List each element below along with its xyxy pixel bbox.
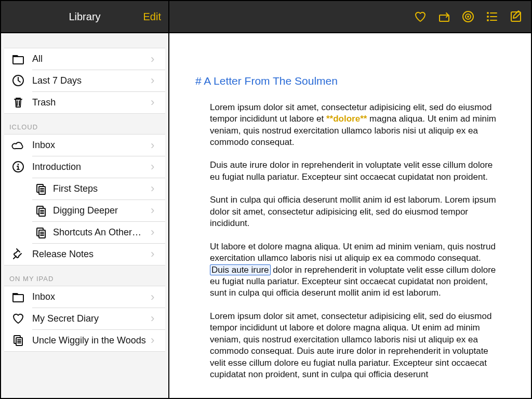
chevron-right-icon: ›: [151, 247, 165, 261]
pin-icon: [4, 247, 32, 261]
section-header-icloud: ICLOUD: [4, 114, 165, 134]
cloud-icon: [4, 139, 32, 152]
checklist-button[interactable]: [484, 9, 500, 24]
sidebar-item-digging-deeper[interactable]: Digging Deeper ›: [4, 200, 165, 221]
sidebar-item-last7days[interactable]: Last 7 Days ›: [4, 70, 165, 91]
chevron-right-icon: ›: [151, 290, 165, 304]
sidebar-item-label: Uncle Wiggily in the Woods: [32, 335, 151, 346]
sidebar-item-all[interactable]: All ›: [4, 48, 165, 70]
section-header-onmyipad: ON MY IPAD: [4, 265, 165, 286]
sidebar-item-label: Last 7 Days: [32, 75, 151, 86]
paragraph: Sunt in culpa qui officia deserunt molli…: [210, 194, 500, 229]
sidebar-item-introduction[interactable]: Introduction ›: [4, 156, 165, 178]
compose-button[interactable]: [508, 9, 524, 24]
text-selection: Duis aute irure: [210, 264, 271, 275]
folder-icon: [4, 290, 32, 304]
heart-icon: [4, 312, 32, 325]
chevron-right-icon: ›: [151, 312, 165, 325]
sidebar: Library Edit All › Last 7 Days › Trash: [1, 1, 169, 398]
chevron-right-icon: ›: [151, 139, 165, 152]
chevron-right-icon: ›: [151, 334, 165, 347]
chevron-right-icon: ›: [151, 204, 165, 217]
pages-icon: [4, 226, 53, 238]
sidebar-item-uncle-wiggily[interactable]: Uncle Wiggily in the Woods ›: [4, 329, 165, 351]
bold-markdown: **dolore**: [326, 114, 367, 124]
chevron-right-icon: ›: [151, 74, 165, 87]
pages-icon: [4, 182, 53, 195]
clock-icon: [4, 74, 32, 87]
chevron-right-icon: ›: [151, 160, 165, 174]
paragraph: Lorem ipsum dolor sit amet, consectetur …: [210, 311, 500, 381]
main-pane: # A Letter From The Soulmen Lorem ipsum …: [169, 1, 531, 398]
chevron-right-icon: ›: [151, 182, 165, 195]
sidebar-item-ipad-inbox[interactable]: Inbox ›: [4, 286, 165, 308]
sidebar-body: All › Last 7 Days › Trash › ICLOUD: [1, 33, 168, 398]
sidebar-item-label: Digging Deeper: [53, 205, 151, 216]
target-button[interactable]: [460, 9, 476, 24]
folder-icon: [4, 52, 32, 66]
sidebar-item-label: Release Notes: [32, 249, 151, 260]
paragraph: Lorem ipsum dolor sit amet, consectetur …: [210, 102, 500, 149]
sidebar-item-label: First Steps: [53, 183, 151, 194]
sidebar-item-trash[interactable]: Trash ›: [4, 91, 165, 113]
sidebar-item-release-notes[interactable]: Release Notes ›: [4, 243, 165, 265]
library-title: Library: [69, 11, 100, 23]
chevron-right-icon: ›: [151, 225, 165, 239]
pages-icon: [4, 334, 32, 347]
document-heading: # A Letter From The Soulmen: [195, 74, 500, 88]
info-icon: [4, 160, 32, 174]
editor-area[interactable]: # A Letter From The Soulmen Lorem ipsum …: [169, 33, 531, 398]
sidebar-item-label: Trash: [32, 97, 151, 108]
paragraph: Duis aute irure dolor in reprehenderit i…: [210, 159, 500, 183]
chevron-right-icon: ›: [151, 96, 165, 109]
sidebar-item-first-steps[interactable]: First Steps ›: [4, 178, 165, 200]
sidebar-item-icloud-inbox[interactable]: Inbox ›: [4, 134, 165, 156]
sidebar-item-shortcuts[interactable]: Shortcuts An Other… ›: [4, 221, 165, 243]
edit-button[interactable]: Edit: [143, 11, 161, 23]
favorite-button[interactable]: [413, 9, 428, 24]
sidebar-item-label: Inbox: [32, 140, 151, 151]
chevron-right-icon: ›: [151, 52, 165, 66]
pages-icon: [4, 204, 53, 217]
text-run: Ut labore et dolore magna aliqua. Ut eni…: [210, 242, 496, 263]
sidebar-item-diary[interactable]: My Secret Diary ›: [4, 308, 165, 329]
sidebar-item-label: Inbox: [32, 291, 151, 302]
sidebar-header: Library Edit: [1, 1, 168, 33]
sidebar-item-label: Introduction: [32, 162, 151, 172]
trash-icon: [4, 96, 32, 109]
sidebar-item-label: All: [32, 54, 151, 64]
share-button[interactable]: [436, 9, 452, 24]
sidebar-item-label: My Secret Diary: [32, 313, 151, 324]
editor-toolbar: [169, 1, 531, 33]
sidebar-item-label: Shortcuts An Other…: [53, 227, 151, 238]
paragraph: Ut labore et dolore magna aliqua. Ut eni…: [210, 241, 500, 299]
